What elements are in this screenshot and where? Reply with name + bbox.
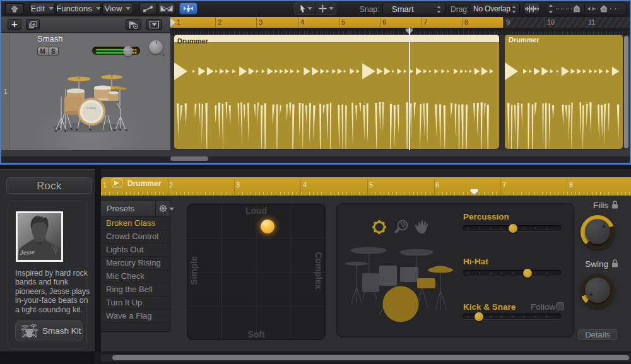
svg-text:Jesse: Jesse bbox=[20, 248, 35, 256]
svg-text:Ludwig: Ludwig bbox=[87, 107, 97, 110]
